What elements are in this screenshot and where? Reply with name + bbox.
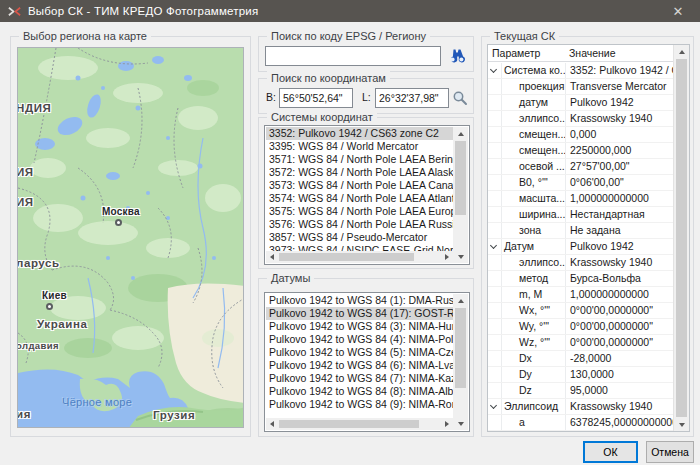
- epsg-search-label: Поиск по коду EPSG / Региону: [267, 29, 430, 44]
- scroll-right-button[interactable]: [441, 251, 453, 263]
- collapse-chevron-icon[interactable]: [490, 66, 497, 73]
- list-item[interactable]: 3571: WGS 84 / North Pole LAEA Bering Se…: [266, 153, 453, 166]
- row-gutter: [488, 415, 502, 430]
- cs-row[interactable]: зонаНе задана: [488, 223, 673, 239]
- list-item[interactable]: 3574: WGS 84 / North Pole LAEA Atlantic: [266, 192, 453, 205]
- ok-button[interactable]: ОК: [583, 441, 638, 463]
- cs-row[interactable]: ширина...Нестандартная: [488, 207, 673, 223]
- list-item[interactable]: Pulkovo 1942 to WGS 84 (9): NIMA-Rom: [266, 398, 453, 411]
- cs-row[interactable]: проекцияTransverse Mercator: [488, 79, 673, 95]
- cs-row[interactable]: смещен...2250000,000: [488, 143, 673, 159]
- list-item[interactable]: 3575: WGS 84 / North Pole LAEA Europe: [266, 205, 453, 218]
- cs-table-header: Параметр Значение: [488, 45, 673, 62]
- value-cell: Krassowsky 1940: [565, 255, 673, 270]
- row-gutter: [488, 79, 502, 94]
- scroll-down-button[interactable]: [453, 250, 468, 263]
- param-cell: Эллипсоид: [502, 399, 565, 414]
- cs-row[interactable]: методБурса-Вольфа: [488, 271, 673, 287]
- scroll-left-button[interactable]: [266, 251, 278, 263]
- list-item[interactable]: Pulkovo 1942 to WGS 84 (7): NIMA-Kaz: [266, 372, 453, 385]
- list-item[interactable]: Pulkovo 1942 to WGS 84 (3): NIMA-Hun: [266, 320, 453, 333]
- l-input[interactable]: [375, 88, 449, 108]
- value-cell: 1,000000000000: [565, 287, 673, 302]
- list-item[interactable]: Pulkovo 1942 to WGS 84 (5): NIMA-Cze: [266, 346, 453, 359]
- list-item[interactable]: Pulkovo 1942 to WGS 84 (6): NIMA-Lva: [266, 359, 453, 372]
- city-marker: [46, 303, 53, 310]
- cs-row[interactable]: эллипсо...Krassowsky 1940: [488, 111, 673, 127]
- row-gutter: [488, 319, 502, 334]
- scroll-up-button[interactable]: [453, 294, 468, 307]
- systems-vscrollbar[interactable]: [453, 127, 468, 263]
- cs-row[interactable]: смещен...0,000: [488, 127, 673, 143]
- cs-row[interactable]: B0, °'"0°06'00,00": [488, 175, 673, 191]
- epsg-search-input[interactable]: [265, 46, 441, 66]
- value-cell: 27°57'00,00": [565, 159, 673, 174]
- map-label: Украина: [37, 318, 88, 330]
- collapse-chevron-icon[interactable]: [490, 402, 497, 409]
- list-item[interactable]: 3352: Pulkovo 1942 / CS63 zone C2: [266, 127, 453, 140]
- scroll-thumb[interactable]: [455, 308, 466, 388]
- scroll-up-button[interactable]: [674, 45, 689, 58]
- b-label: B:: [266, 91, 276, 103]
- datums-vscrollbar[interactable]: [453, 294, 468, 430]
- list-item[interactable]: Pulkovo 1942 to WGS 84 (17): GOST-Rus: [266, 307, 453, 320]
- table-vscrollbar[interactable]: [673, 45, 689, 431]
- list-item[interactable]: 3395: WGS 84 / World Mercator: [266, 140, 453, 153]
- close-icon: ✕: [673, 4, 684, 19]
- scroll-thumb[interactable]: [676, 59, 687, 417]
- scroll-thumb[interactable]: [279, 420, 419, 428]
- value-cell: Не задана: [565, 223, 673, 238]
- collapse-chevron-icon[interactable]: [490, 242, 497, 249]
- datums-hscrollbar[interactable]: [266, 418, 453, 430]
- datums-list-rows: Pulkovo 1942 to WGS 84 (1): DMA-RusPulko…: [266, 294, 453, 420]
- close-button[interactable]: ✕: [656, 0, 700, 22]
- list-item[interactable]: Pulkovo 1942 to WGS 84 (4): NIMA-Pol: [266, 333, 453, 346]
- scroll-left-button[interactable]: [266, 418, 278, 430]
- scroll-right-button[interactable]: [441, 418, 453, 430]
- b-input[interactable]: [279, 88, 353, 108]
- cs-row[interactable]: масшта...1,000000000000: [488, 191, 673, 207]
- datums-group: Датумы Pulkovo 1942 to WGS 84 (1): DMA-R…: [258, 278, 474, 437]
- cs-row[interactable]: m, M1,000000000000: [488, 287, 673, 303]
- cs-row[interactable]: Dx-28,0000: [488, 351, 673, 367]
- cs-row[interactable]: Dz95,0000: [488, 383, 673, 399]
- cs-row[interactable]: Система ко...3352: Pulkovo 1942 / CS63 .…: [488, 63, 673, 79]
- scroll-down-button[interactable]: [674, 418, 689, 431]
- map-label: ларусь: [17, 257, 60, 269]
- cs-row[interactable]: Wy, °'"0°00'00,0000000": [488, 319, 673, 335]
- value-cell: Krassowsky 1940: [565, 111, 673, 126]
- cs-row[interactable]: осевой ...27°57'00,00": [488, 159, 673, 175]
- epsg-search-button[interactable]: [444, 45, 470, 67]
- cs-row[interactable]: Wx, °'"0°00'00,0000000": [488, 303, 673, 319]
- map-overlay: НДИЯИЯИЯМоскваларусьКиевУкраинаолдавияия…: [18, 48, 244, 428]
- scroll-up-button[interactable]: [453, 127, 468, 140]
- list-item[interactable]: 3576: WGS 84 / North Pole LAEA Russia: [266, 218, 453, 231]
- cs-row[interactable]: эллипсо...Krassowsky 1940: [488, 255, 673, 271]
- systems-list: 3352: Pulkovo 1942 / CS63 zone C23395: W…: [264, 125, 470, 265]
- list-item[interactable]: 3573: WGS 84 / North Pole LAEA Canada: [266, 179, 453, 192]
- cs-row[interactable]: ДатумPulkovo 1942: [488, 239, 673, 255]
- scroll-thumb[interactable]: [455, 141, 466, 215]
- cs-row[interactable]: датумPulkovo 1942: [488, 95, 673, 111]
- value-cell: Krassowsky 1940: [565, 399, 673, 414]
- list-item[interactable]: Pulkovo 1942 to WGS 84 (1): DMA-Rus: [266, 294, 453, 307]
- binoculars-icon: [448, 48, 466, 64]
- scroll-down-button[interactable]: [453, 417, 468, 430]
- row-gutter: [488, 287, 502, 302]
- cs-row[interactable]: Wz, °'"0°00'00,0000000": [488, 335, 673, 351]
- param-cell: Dy: [502, 367, 565, 382]
- systems-hscrollbar[interactable]: [266, 251, 453, 263]
- value-cell: Transverse Mercator: [565, 79, 673, 94]
- map-label: ИЯ: [17, 166, 34, 178]
- cs-row[interactable]: Dy130,0000: [488, 367, 673, 383]
- map-canvas[interactable]: НДИЯИЯИЯМоскваларусьКиевУкраинаолдавияия…: [17, 47, 244, 428]
- cancel-button[interactable]: Отмена: [646, 441, 694, 463]
- cs-row[interactable]: a6378245,000000000000: [488, 415, 673, 431]
- list-item[interactable]: 3572: WGS 84 / North Pole LAEA Alaska: [266, 166, 453, 179]
- coord-search-button[interactable]: [449, 87, 471, 109]
- systems-group-label: Системы координат: [267, 110, 377, 125]
- list-item[interactable]: 3857: WGS 84 / Pseudo-Mercator: [266, 231, 453, 244]
- cs-row[interactable]: ЭллипсоидKrassowsky 1940: [488, 399, 673, 415]
- scroll-thumb[interactable]: [279, 253, 414, 261]
- list-item[interactable]: Pulkovo 1942 to WGS 84 (8): NIMA-Alb: [266, 385, 453, 398]
